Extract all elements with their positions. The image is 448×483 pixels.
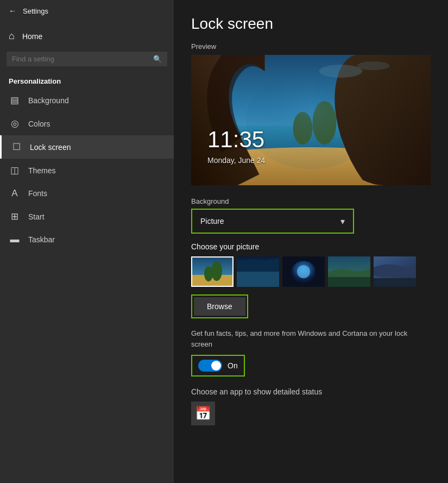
toggle-row: On: [194, 357, 242, 374]
background-dropdown-wrapper: Picture Windows spotlight Slideshow ▾: [191, 209, 354, 234]
main-content: Lock screen Preview: [174, 0, 448, 483]
themes-icon: ◫: [9, 165, 21, 176]
detailed-status-label: Choose an app to show detailed status: [191, 387, 431, 396]
background-section-label: Background: [191, 197, 431, 205]
start-icon: ⊞: [9, 211, 21, 222]
sidebar-item-fonts[interactable]: A Fonts: [0, 182, 174, 205]
sidebar-item-label: Background: [28, 96, 69, 105]
home-label: Home: [22, 32, 42, 41]
picture-thumb-3[interactable]: [282, 256, 325, 287]
svg-rect-18: [328, 277, 370, 287]
sidebar-item-taskbar[interactable]: ▬ Taskbar: [0, 228, 174, 251]
toggle-wrapper: On: [191, 355, 245, 377]
sidebar-item-start[interactable]: ⊞ Start: [0, 205, 174, 228]
sidebar-item-themes[interactable]: ◫ Themes: [0, 159, 174, 182]
preview-label: Preview: [191, 42, 431, 51]
sidebar-item-label: Taskbar: [28, 235, 55, 244]
picture-gallery: [191, 256, 431, 287]
toggle-thumb: [211, 361, 221, 371]
lock-screen-icon: ☐: [10, 141, 22, 153]
choose-picture-label: Choose your picture: [191, 242, 431, 251]
sidebar-item-background[interactable]: ▤ Background: [0, 89, 174, 112]
home-icon: ⌂: [9, 30, 15, 42]
preview-time: 11:35: [207, 127, 264, 153]
fonts-icon: A: [9, 188, 21, 199]
svg-point-6: [319, 65, 363, 78]
sidebar-item-lock-screen[interactable]: ☐ Lock screen: [0, 135, 174, 159]
search-icon: 🔍: [153, 55, 162, 63]
search-bar[interactable]: 🔍: [7, 52, 167, 66]
sidebar-item-label: Fonts: [28, 189, 47, 198]
browse-button-wrapper: Browse: [191, 294, 248, 318]
cortana-description: Get fun facts, tips, and more from Windo…: [191, 328, 425, 349]
svg-point-16: [297, 265, 310, 278]
sidebar-item-label: Lock screen: [30, 143, 71, 152]
home-item[interactable]: ⌂ Home: [0, 24, 174, 48]
background-icon: ▤: [9, 95, 21, 106]
cortana-toggle[interactable]: [198, 360, 222, 372]
back-button[interactable]: ←: [9, 7, 16, 15]
titlebar-title: Settings: [23, 7, 48, 15]
calendar-icon: 📅: [195, 406, 211, 421]
picture-thumb-2[interactable]: [237, 256, 279, 287]
picture-thumb-5[interactable]: [374, 256, 416, 287]
sidebar-item-label: Start: [28, 212, 45, 221]
preview-container: 11:35 Monday, June 24: [191, 55, 431, 185]
taskbar-icon: ▬: [9, 234, 21, 245]
browse-button[interactable]: Browse: [194, 297, 245, 316]
background-dropdown[interactable]: Picture Windows spotlight Slideshow: [194, 211, 351, 231]
svg-rect-13: [237, 272, 279, 287]
svg-rect-20: [374, 278, 416, 287]
titlebar: ← Settings: [0, 0, 174, 22]
picture-thumb-1[interactable]: [191, 256, 234, 287]
sidebar: ← Settings ⌂ Home 🔍 Personalization ▤ Ba…: [0, 0, 174, 483]
page-title: Lock screen: [191, 15, 431, 33]
toggle-label: On: [228, 361, 238, 370]
search-input[interactable]: [12, 55, 153, 63]
svg-point-7: [357, 61, 390, 70]
svg-point-11: [211, 261, 222, 281]
preview-date: Monday, June 24: [207, 156, 265, 165]
sidebar-item-colors[interactable]: ◎ Colors: [0, 112, 174, 135]
app-status-icon[interactable]: 📅: [191, 402, 215, 425]
colors-icon: ◎: [9, 118, 21, 129]
sidebar-item-label: Themes: [28, 166, 56, 175]
preview-background: [191, 55, 431, 185]
background-dropdown-inner[interactable]: Picture Windows spotlight Slideshow ▾: [194, 211, 351, 231]
sidebar-item-label: Colors: [28, 120, 50, 128]
picture-thumb-4[interactable]: [328, 256, 370, 287]
section-label: Personalization: [0, 72, 174, 89]
